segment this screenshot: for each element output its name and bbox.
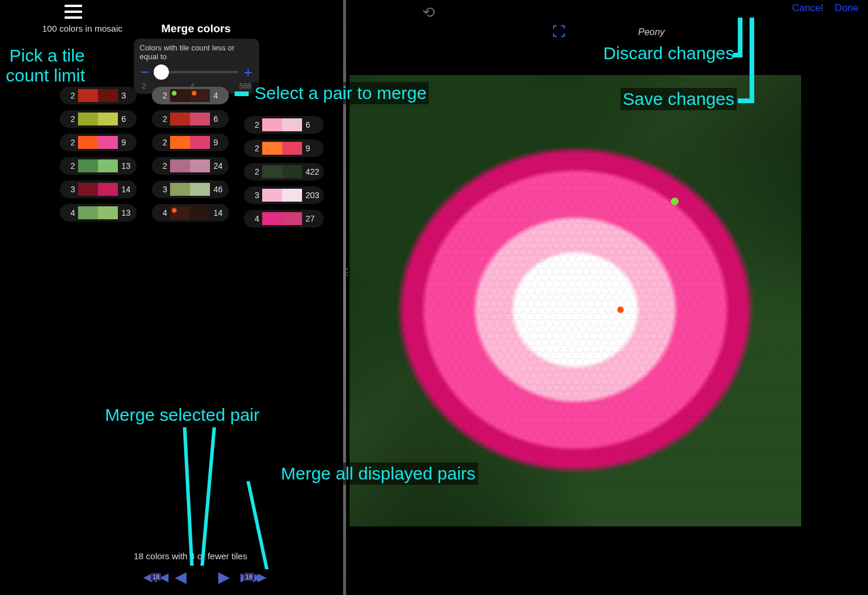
right-count: 24 [213,161,224,171]
swatch-right [98,206,118,219]
merge-selected-right-button[interactable]: ▶ [218,569,230,584]
color-pair[interactable]: 414 [152,204,229,222]
swatch-left [170,159,190,172]
swatch-left [170,113,190,125]
color-pair[interactable]: 29 [60,134,137,151]
right-count: 6 [121,114,132,124]
swatch-left [262,212,282,225]
left-count: 2 [65,114,75,124]
color-pair[interactable]: 213 [60,157,137,175]
swatch-left [170,136,190,149]
slider-thumb[interactable] [154,64,169,80]
swatch-right [98,183,118,196]
merge-all-left-button[interactable]: ◀◀18◀ [143,571,164,583]
menu-icon[interactable] [65,5,82,19]
annotation: count limit [4,64,87,87]
color-pair[interactable]: 23 [60,87,137,104]
swatch-left [262,189,282,202]
swatch-left [78,89,98,102]
color-pair[interactable]: 26 [60,110,137,128]
cancel-button[interactable]: Cancel [792,2,823,14]
swatch-left [78,113,98,125]
merge-all-right-button[interactable]: ▶18▶▶ [240,571,262,583]
left-count: 3 [65,185,75,194]
mosaic-preview[interactable] [350,75,801,526]
color-pair[interactable]: 29 [244,140,324,157]
left-count: 2 [157,91,167,100]
swatch-left [170,183,190,196]
mosaic-color-count: 100 colors in mosaic [42,23,123,33]
swatch-right [282,142,302,155]
done-button[interactable]: Done [835,2,859,14]
swatch-right [190,113,210,125]
merge-selected-left-button[interactable]: ◀ [175,569,187,584]
annotation: Merge all displayed pairs [279,463,478,485]
crop-icon[interactable] [551,23,567,41]
color-pair[interactable]: 224 [152,157,229,175]
right-count: 9 [121,138,132,147]
left-count: 2 [249,167,259,176]
project-name: Peony [638,27,664,38]
left-count: 2 [157,114,167,124]
color-pair[interactable]: 26 [244,116,324,134]
swatch-right [98,136,118,149]
annotation: Merge selected pair [103,404,262,426]
swatch-left [78,183,98,196]
annotation: Discard changes [601,42,737,64]
swatch-left [170,89,190,102]
annotation: Pick a tile [7,45,87,67]
right-count: 14 [213,208,224,217]
swatch-left [262,142,282,155]
left-count: 2 [157,161,167,171]
swatch-right [98,113,118,125]
swatch-left [78,136,98,149]
color-pair[interactable]: 314 [60,181,137,198]
swatch-right [190,136,210,149]
tile-count-slider-panel: Colors with tile count less or equal to … [134,39,259,94]
swatch-right [190,206,210,219]
swatch-right [282,165,302,178]
right-count: 4 [213,91,224,100]
swatch-left [78,159,98,172]
left-count: 2 [249,144,259,153]
color-pair[interactable]: 3203 [244,186,324,204]
left-count: 4 [65,208,75,217]
left-count: 2 [157,138,167,147]
swatch-right [282,189,302,202]
color-pair[interactable]: 26 [152,110,229,128]
color-pair[interactable]: 24 [152,87,229,104]
page-title: Merge colors [161,22,230,35]
slider-track[interactable] [155,71,238,73]
right-count: 422 [306,167,319,176]
swatch-right [190,183,210,196]
color-pair[interactable]: 29 [152,134,229,151]
slider-increment[interactable]: + [243,64,253,80]
swatch-right [98,159,118,172]
swatch-right [282,118,302,131]
swatch-left [262,165,282,178]
right-count: 9 [213,138,224,147]
slider-decrement[interactable]: − [140,64,150,80]
right-count: 203 [306,191,319,200]
left-count: 4 [249,214,259,223]
right-count: 14 [121,185,132,194]
right-count: 27 [306,214,316,223]
swatch-left [262,118,282,131]
left-count: 2 [65,91,75,100]
annotation: Select a pair to merge [252,82,429,104]
swatch-right [190,89,210,102]
color-pair[interactable]: 427 [244,210,324,227]
left-count: 2 [65,161,75,171]
left-count: 3 [157,185,167,194]
swatch-right [98,89,118,102]
right-count: 13 [121,161,132,171]
right-count: 3 [121,91,132,100]
left-count: 2 [249,120,259,130]
annotation: Save changes [621,88,737,110]
swatch-right [190,159,210,172]
undo-icon[interactable]: ⟲ [422,4,435,22]
color-pair[interactable]: 2422 [244,163,324,181]
color-pair[interactable]: 346 [152,181,229,198]
color-pair[interactable]: 413 [60,204,137,222]
right-count: 46 [213,185,224,194]
